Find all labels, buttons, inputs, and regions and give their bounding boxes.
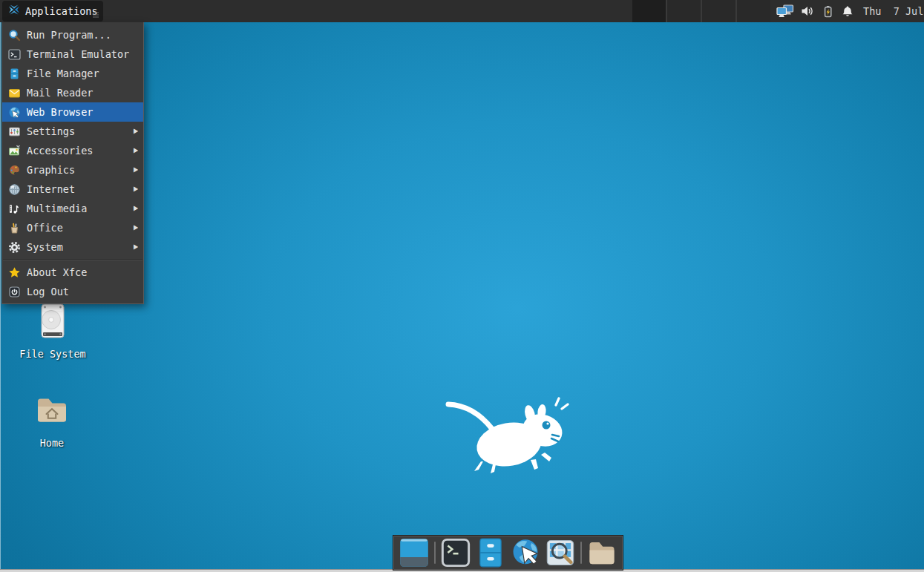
file-manager-icon — [8, 68, 21, 80]
mail-icon — [8, 87, 21, 99]
dock-folder-button[interactable] — [587, 538, 617, 568]
application-finder-icon — [545, 538, 575, 568]
terminal-icon — [8, 48, 21, 61]
workspace-pager — [632, 0, 770, 22]
workspace-3[interactable] — [702, 0, 737, 22]
terminal-icon — [441, 538, 471, 568]
web-browser-icon — [8, 106, 21, 119]
desktop-icon-home[interactable]: Home — [16, 392, 88, 449]
battery-charging-icon[interactable] — [822, 5, 834, 18]
submenu-arrow-icon: ▶ — [134, 185, 138, 194]
menu-item-run-program[interactable]: Run Program... — [2, 25, 143, 45]
menu-item-accessories[interactable]: Accessories ▶ — [2, 141, 143, 160]
log-out-icon — [8, 286, 21, 298]
menu-item-office[interactable]: Office ▶ — [2, 218, 143, 237]
clock[interactable]: Thu 7 Jul, — [863, 5, 924, 17]
menu-item-label: Web Browser — [27, 106, 93, 118]
menu-item-file-manager[interactable]: File Manager — [2, 64, 143, 83]
submenu-arrow-icon: ▶ — [134, 243, 138, 252]
hamburger-icon — [92, 7, 99, 22]
workspace-4[interactable] — [737, 0, 770, 22]
star-icon — [8, 266, 21, 279]
hard-drive-icon — [35, 303, 71, 343]
desktop-icon-label: File System — [19, 348, 85, 360]
screen-left-edge — [0, 22, 1, 570]
top-panel: Applications — [0, 0, 924, 22]
menu-item-settings[interactable]: Settings ▶ — [2, 122, 143, 141]
system-tray: Thu 7 Jul, — [776, 0, 924, 22]
dock-application-finder-button[interactable] — [545, 538, 575, 568]
settings-icon — [8, 125, 21, 138]
applications-menu: Run Program... Terminal Emulator File Ma… — [1, 22, 144, 304]
graphics-icon — [8, 164, 21, 177]
dock-terminal-button[interactable] — [441, 538, 471, 568]
file-manager-icon — [476, 538, 505, 568]
menu-item-system[interactable]: System ▶ — [2, 237, 143, 257]
accessories-icon — [8, 145, 21, 157]
menu-item-terminal-emulator[interactable]: Terminal Emulator — [2, 45, 143, 64]
menu-separator — [3, 259, 142, 260]
volume-icon[interactable] — [801, 5, 815, 17]
run-program-icon — [8, 29, 21, 42]
menu-item-label: Graphics — [27, 164, 75, 176]
menu-item-label: Terminal Emulator — [27, 48, 129, 60]
menu-item-label: System — [27, 241, 63, 253]
dock-separator — [434, 542, 436, 564]
menu-item-graphics[interactable]: Graphics ▶ — [2, 160, 143, 180]
workspace-1[interactable] — [632, 0, 667, 22]
submenu-arrow-icon: ▶ — [134, 223, 138, 232]
dock-show-desktop-button[interactable] — [399, 538, 429, 568]
notifications-bell-icon[interactable] — [841, 5, 854, 17]
menu-item-label: Run Program... — [27, 29, 111, 41]
submenu-arrow-icon: ▶ — [134, 127, 138, 136]
submenu-arrow-icon: ▶ — [134, 204, 138, 213]
menu-item-label: Internet — [27, 183, 75, 195]
menu-item-web-browser[interactable]: Web Browser — [2, 102, 143, 122]
internet-globe-icon — [8, 183, 21, 196]
folder-icon — [587, 538, 617, 568]
submenu-arrow-icon: ▶ — [134, 146, 138, 155]
office-icon — [8, 222, 21, 234]
xfce-logo-icon — [8, 4, 20, 19]
workspace-2[interactable] — [667, 0, 702, 22]
menu-item-internet[interactable]: Internet ▶ — [2, 180, 143, 199]
home-folder-icon — [34, 392, 70, 432]
desktop-icon-file-system[interactable]: File System — [17, 303, 88, 360]
menu-item-label: About Xfce — [27, 266, 87, 278]
web-browser-icon — [511, 538, 540, 568]
dock-web-browser-button[interactable] — [511, 538, 540, 568]
menu-item-multimedia[interactable]: Multimedia ▶ — [2, 199, 143, 218]
system-gear-icon — [8, 241, 21, 254]
menu-item-log-out[interactable]: Log Out — [2, 282, 143, 301]
applications-menu-button[interactable]: Applications — [2, 1, 103, 22]
menu-item-mail-reader[interactable]: Mail Reader — [2, 83, 143, 102]
desktop-icon-label: Home — [40, 437, 65, 449]
menu-item-label: Log Out — [27, 286, 69, 297]
dock-separator — [580, 542, 582, 564]
bottom-dock — [393, 536, 623, 570]
applications-menu-label: Applications — [25, 5, 98, 17]
menu-item-label: Accessories — [27, 145, 93, 157]
menu-item-label: Settings — [27, 125, 75, 137]
xfce-mouse-logo — [444, 395, 571, 477]
menu-item-about-xfce[interactable]: About Xfce — [2, 263, 143, 282]
multimedia-icon — [8, 203, 21, 215]
menu-item-label: File Manager — [27, 68, 99, 79]
display-network-icon[interactable] — [776, 4, 794, 18]
menu-item-label: Mail Reader — [27, 87, 93, 99]
menu-item-label: Office — [27, 222, 63, 234]
show-desktop-icon — [399, 538, 429, 568]
submenu-arrow-icon: ▶ — [134, 165, 138, 174]
dock-file-manager-button[interactable] — [476, 538, 505, 568]
menu-item-label: Multimedia — [27, 203, 87, 214]
